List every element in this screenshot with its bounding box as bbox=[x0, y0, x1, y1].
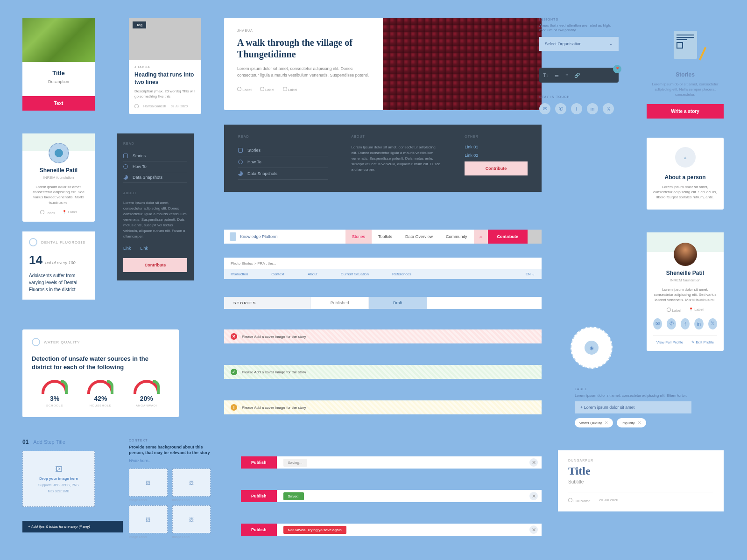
linkedin-icon[interactable]: in bbox=[587, 103, 598, 114]
stat-per: out of every 100 bbox=[45, 260, 76, 265]
twitter-icon[interactable]: 𝕏 bbox=[603, 103, 614, 114]
square-icon bbox=[123, 154, 128, 158]
article-title: A walk through the village of Thungetidi… bbox=[237, 37, 370, 60]
remove-icon[interactable]: ✕ bbox=[605, 420, 608, 425]
subtitle-text: Subtitle bbox=[568, 479, 713, 484]
article-preview-card: Tag JHABUA Heading that runs into two li… bbox=[129, 18, 201, 114]
tag-input[interactable]: + Lorem ipsum dolor sit amet bbox=[575, 401, 691, 413]
image-slot[interactable]: 🖼 bbox=[129, 505, 168, 533]
status-error: Not Saved. Trying yo save again bbox=[283, 526, 346, 534]
footer-link[interactable]: Link 01 bbox=[465, 145, 528, 149]
email-icon[interactable]: ✉ bbox=[653, 318, 662, 329]
search-button[interactable]: ⌕ bbox=[474, 230, 488, 244]
card-title: Detection of unsafe water sources in the… bbox=[32, 355, 169, 371]
section-label: STAY IN TOUCH bbox=[539, 95, 619, 98]
tips-input[interactable]: + Add tips & tricks for the step (if any… bbox=[22, 521, 123, 532]
avatar-upload[interactable]: ◉ bbox=[571, 327, 613, 369]
chip-impurity[interactable]: Impurity✕ bbox=[617, 418, 646, 427]
sidebar-item-data[interactable]: Data Snapshots bbox=[123, 172, 187, 183]
text-input[interactable]: Write here... bbox=[129, 458, 211, 463]
nav-community[interactable]: Community bbox=[439, 230, 474, 244]
facebook-icon[interactable]: f bbox=[571, 103, 582, 114]
image-slot[interactable]: 🖼 bbox=[129, 469, 168, 497]
image-icon: ▲ bbox=[683, 155, 688, 160]
list-icon[interactable]: ☰ bbox=[555, 73, 559, 78]
circle-icon bbox=[123, 164, 128, 169]
breadcrumb-path: Photo Stories > PRA : the... bbox=[224, 258, 542, 269]
tab-published[interactable]: Published bbox=[310, 297, 368, 309]
pin-icon: 📍 bbox=[62, 210, 67, 214]
remove-icon[interactable]: ✕ bbox=[638, 420, 641, 425]
stat-header: DENTAL FLUOROSIS bbox=[41, 240, 85, 245]
section-label: ABOUT bbox=[123, 191, 187, 195]
nav-stories[interactable]: Stories bbox=[345, 230, 372, 244]
write-story-button[interactable]: Write a story bbox=[647, 104, 724, 119]
publish-bar-error: Publish Not Saved. Trying yo save again … bbox=[241, 524, 542, 536]
contribute-button[interactable]: Contribute bbox=[488, 230, 528, 244]
close-icon[interactable]: ✕ bbox=[529, 458, 538, 467]
quote-icon[interactable]: ❝ bbox=[565, 73, 568, 78]
view-profile-link[interactable]: View Full Profile bbox=[656, 340, 683, 344]
sidebar-link[interactable]: Link bbox=[123, 246, 131, 251]
featured-article: JHABUA A walk through the village of Thu… bbox=[224, 18, 542, 110]
tab-current[interactable]: Current Situation bbox=[341, 272, 369, 276]
about-person-card: ▲ About a person Lorem ipsum dolor sit a… bbox=[647, 138, 724, 210]
search-icon: ⌕ bbox=[479, 234, 482, 239]
close-icon[interactable]: ✕ bbox=[529, 492, 538, 500]
card-title: About a person bbox=[653, 174, 717, 181]
card-button[interactable]: Text bbox=[22, 96, 95, 111]
card-description: Lorem ipsum dolor sit amet, consectetur … bbox=[653, 184, 717, 200]
organisation: INREM foundation bbox=[29, 175, 88, 180]
tab-references[interactable]: References bbox=[392, 272, 411, 276]
nav-data[interactable]: Data Overview bbox=[399, 230, 439, 244]
footer-item-data[interactable]: Data Snapshots bbox=[238, 168, 328, 180]
twitter-icon[interactable]: 𝕏 bbox=[708, 318, 717, 329]
tab-context[interactable]: Context bbox=[271, 272, 284, 276]
publish-button[interactable]: Publish bbox=[241, 490, 277, 502]
organisation-dropdown[interactable]: Select Organisation ⌄ bbox=[539, 37, 619, 51]
linkedin-icon[interactable]: in bbox=[694, 318, 703, 329]
link-icon[interactable]: 🔗 bbox=[574, 73, 580, 78]
tab-draft[interactable]: Draft bbox=[368, 297, 426, 309]
marker-icon[interactable]: 📍 bbox=[613, 65, 621, 73]
tab-intro[interactable]: Itroduction bbox=[231, 272, 248, 276]
publish-bar-saving: Publish Saving... ✕ bbox=[241, 456, 542, 469]
stat-card: DENTAL FLUOROSIS 14out of every 100 Adol… bbox=[22, 231, 95, 300]
stories-tabs: STORIES Published Draft bbox=[224, 297, 542, 309]
dark-sidebar: READ Stories How To Data Snapshots ABOUT… bbox=[117, 133, 194, 280]
helper-text: Lorem ipsum dolor sit amet, consectetur … bbox=[575, 393, 691, 398]
step-title-input[interactable]: Add Step Title bbox=[33, 439, 65, 445]
footer-link[interactable]: Link 02 bbox=[465, 153, 528, 158]
avatar-placeholder[interactable] bbox=[49, 143, 69, 163]
footer-item-howto[interactable]: How To bbox=[238, 156, 328, 168]
avatar-photo bbox=[674, 243, 697, 266]
textsize-icon[interactable]: TT bbox=[543, 72, 548, 78]
phone-icon[interactable]: ✆ bbox=[555, 103, 566, 114]
card-title: Title bbox=[30, 70, 87, 77]
edit-profile-link[interactable]: ✎ Edit Profile bbox=[691, 340, 714, 344]
contribute-button[interactable]: Contribute bbox=[123, 258, 187, 272]
publish-button[interactable]: Publish bbox=[241, 456, 277, 469]
sidebar-item-stories[interactable]: Stories bbox=[123, 151, 187, 161]
sidebar-link[interactable]: Link bbox=[141, 246, 148, 251]
footer-item-stories[interactable]: Stories bbox=[238, 145, 328, 156]
person-name: Sheneille Patil bbox=[653, 270, 717, 276]
publish-button[interactable]: Publish bbox=[241, 524, 277, 536]
language-selector[interactable]: EN ⌄ bbox=[526, 272, 535, 276]
close-icon[interactable]: ✕ bbox=[529, 525, 538, 534]
brand[interactable]: Knowledge Platform bbox=[224, 230, 345, 244]
avatar-square[interactable] bbox=[528, 230, 542, 244]
phone-icon[interactable]: ✆ bbox=[667, 318, 676, 329]
image-dropzone[interactable]: 🖼 Drop your image here Supports: JPG, JP… bbox=[22, 451, 95, 507]
sidebar-item-howto[interactable]: How To bbox=[123, 161, 187, 172]
nav-toolkits[interactable]: Toolkits bbox=[372, 230, 399, 244]
tab-about[interactable]: About bbox=[308, 272, 317, 276]
chip-water-quality[interactable]: Water Quality✕ bbox=[575, 418, 613, 427]
organisation: INREM foundation bbox=[653, 278, 717, 282]
image-slot[interactable]: 🖼 bbox=[172, 469, 211, 497]
facebook-icon[interactable]: f bbox=[681, 318, 690, 329]
email-icon[interactable]: ✉ bbox=[539, 103, 550, 114]
image-slot[interactable]: 🖼 bbox=[172, 505, 211, 533]
contribute-button[interactable]: Contribute bbox=[465, 161, 528, 175]
piechart-icon bbox=[123, 175, 128, 180]
